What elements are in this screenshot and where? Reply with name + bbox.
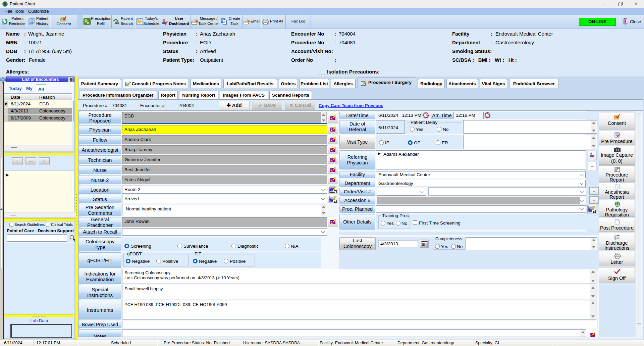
svg-text:x: x xyxy=(87,21,89,25)
svg-text:?: ? xyxy=(73,239,75,242)
